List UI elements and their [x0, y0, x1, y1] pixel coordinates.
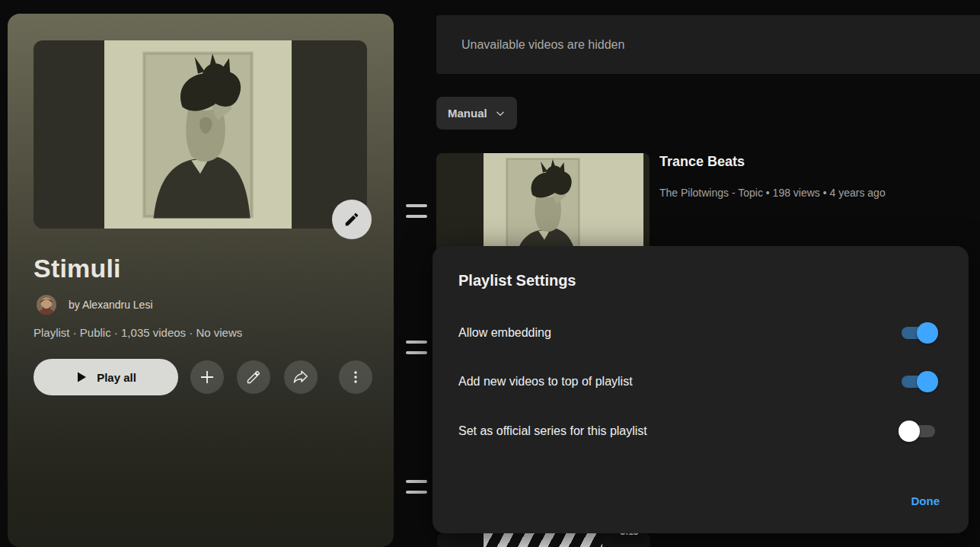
playlist-page: Stimuli by Alexandru Lesi Playlist · Pub… [0, 0, 980, 547]
video-title[interactable]: Trance Beats [659, 154, 745, 170]
more-options-button[interactable] [339, 360, 372, 394]
playlist-meta: Playlist · Public · 1,035 videos · No vi… [34, 326, 242, 339]
setting-label: Add new videos to top of playlist [458, 375, 633, 389]
playlist-thumbnail-art [104, 40, 292, 229]
play-all-button[interactable]: Play all [34, 359, 178, 395]
thumbnail-letterbox [34, 40, 104, 229]
add-to-top-toggle[interactable] [899, 371, 938, 392]
playlist-settings-dialog: Playlist Settings Allow embedding Add ne… [433, 246, 969, 533]
setting-row-official-series: Set as official series for this playlist [458, 420, 938, 443]
add-videos-button[interactable] [190, 360, 224, 394]
setting-label: Set as official series for this playlist [458, 424, 647, 438]
setting-label: Allow embedding [458, 326, 551, 340]
playlist-title: Stimuli [34, 254, 121, 283]
video-byline: The Pilotwings - Topic • 198 views • 4 y… [659, 187, 886, 199]
sort-order-dropdown[interactable]: Manual [436, 97, 517, 130]
playlist-summary-panel: Stimuli by Alexandru Lesi Playlist · Pub… [8, 14, 394, 547]
official-series-toggle[interactable] [899, 421, 938, 442]
pencil-icon [246, 369, 261, 385]
allow-embedding-toggle[interactable] [899, 322, 938, 344]
play-triangle-icon [75, 371, 88, 383]
chevron-down-icon [495, 108, 506, 119]
play-all-label: Play all [97, 371, 136, 384]
edit-playlist-button[interactable] [237, 360, 270, 394]
share-arrow-icon [292, 369, 309, 385]
share-button[interactable] [284, 360, 318, 394]
playlist-owner: by Alexandru Lesi [69, 299, 153, 311]
edit-thumbnail-button[interactable] [332, 200, 372, 239]
drag-handle-icon[interactable] [406, 204, 427, 218]
done-button[interactable]: Done [910, 488, 942, 513]
dialog-title: Playlist Settings [458, 272, 576, 289]
kebab-menu-icon [349, 370, 362, 384]
playlist-thumbnail[interactable] [34, 40, 367, 229]
banner-text: Unavailable videos are hidden [461, 38, 624, 52]
toggle-thumb [899, 421, 920, 442]
playlist-owner-row[interactable]: by Alexandru Lesi [37, 295, 153, 315]
unavailable-videos-banner: Unavailable videos are hidden [436, 15, 980, 74]
plus-icon [198, 368, 216, 386]
pencil-icon [343, 211, 360, 228]
drag-handle-icon[interactable] [406, 341, 427, 354]
setting-row-add-to-top: Add new videos to top of playlist [458, 370, 938, 393]
toggle-thumb [917, 371, 938, 392]
drag-handle-icon[interactable] [406, 480, 427, 494]
setting-row-allow-embedding: Allow embedding [458, 321, 938, 344]
artwork-image [484, 533, 602, 547]
owner-avatar [37, 295, 56, 315]
sort-label: Manual [448, 107, 487, 120]
toggle-thumb [917, 322, 938, 344]
artwork-image [142, 51, 254, 219]
